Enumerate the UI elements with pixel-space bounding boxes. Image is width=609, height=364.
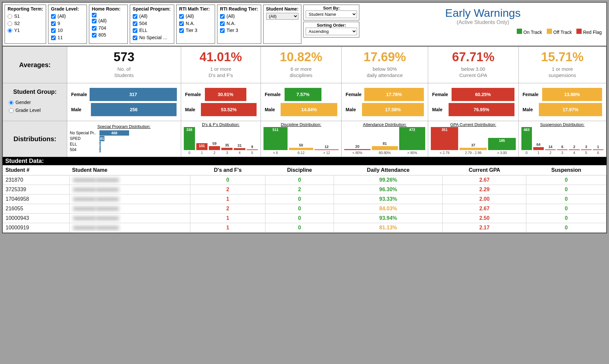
hist-value: 59 [209, 142, 220, 145]
hist-x: 6 [597, 151, 599, 155]
table-row[interactable]: 17046958 xxxxxxxx xxxxxxxx 1 0 93.33% 2.… [3, 195, 606, 204]
filter-checkbox[interactable] [179, 21, 184, 26]
group-radio-label: Grade Level [15, 107, 41, 115]
filter-checkbox[interactable] [133, 21, 137, 26]
student-col-header[interactable]: Student Name [69, 165, 190, 175]
group-row: Student Group: GenderGrade Level Female … [3, 83, 606, 121]
dist-title: GPA Current Distribution: [431, 122, 515, 127]
group-bar-cell: Female 13.88%Male 17.97% [518, 83, 606, 121]
filter-option-label: No Special … [139, 34, 168, 41]
metric-value: 67.71% [429, 50, 517, 64]
filter-option-label: (All) [139, 13, 148, 20]
table-row[interactable]: 3725339 xxxxxxxx xxxxxxxx 2 2 96.30% 2.2… [3, 185, 606, 195]
filter-grade-level: Grade Level: (All)91011 [48, 5, 87, 44]
student-col-header[interactable]: Discipline [265, 165, 334, 175]
filter-checkbox[interactable] [92, 13, 97, 17]
student-col-header[interactable]: Suspension [526, 165, 606, 175]
student-col-header[interactable]: Student # [3, 165, 69, 175]
hist-value: 35 [221, 143, 233, 147]
hist-value: 472 [399, 128, 425, 132]
table-row[interactable]: 10000943 xxxxxxxx xxxxxxxx 1 0 93.94% 2.… [3, 214, 606, 223]
hist-value: 9 [247, 145, 258, 149]
group-bar: 13.88% [542, 88, 602, 101]
filter-checkbox[interactable] [51, 14, 56, 19]
filter-checkbox[interactable] [133, 28, 137, 33]
sort-by-block: Sort By: Student Name [303, 5, 359, 20]
filter-checkbox[interactable] [133, 36, 137, 40]
hist-value: 511 [263, 128, 288, 132]
hist-value: 101 [196, 144, 208, 148]
filter-rti-reading: RTI Reading Tier: (All)N.A.Tier 3 [217, 5, 261, 44]
hist-bar: 9 [247, 149, 258, 150]
table-row[interactable]: 10000919 xxxxxxxx xxxxxxxx 1 0 81.13% 2.… [3, 223, 606, 233]
student-col-header[interactable]: Current GPA [443, 165, 526, 175]
filter-radio[interactable] [8, 21, 12, 26]
student-col-header[interactable]: Daily Attendance [334, 165, 443, 175]
filter-radio[interactable] [8, 28, 12, 33]
sorting-order-select[interactable]: Ascending [306, 28, 357, 35]
hist-x: 3 [226, 151, 228, 155]
metric-cell: 67.71% below 3.00Current GPA [428, 46, 518, 83]
student-data-header: Student Data: [3, 157, 606, 165]
cell-df: 2 [190, 204, 265, 214]
filter-checkbox[interactable] [220, 28, 225, 33]
metric-desc: 1 or moresuspensions [520, 66, 605, 79]
legend: On Track Off Track Red Flag [364, 29, 602, 35]
metric-cell: 10.82% 6 or moredisciplines [261, 46, 342, 83]
cell-df: 2 [190, 185, 265, 195]
hist-value: 338 [184, 128, 195, 132]
table-row[interactable]: 231870 xxxxxxxx xxxxxxxx 0 0 99.26% 2.67… [3, 175, 606, 185]
group-bar-cell: Female 7.57%Male 14.84% [261, 83, 342, 121]
group-bar-cell: Female 317Male 256 [67, 83, 181, 121]
hist-x: < 80% [352, 151, 362, 155]
legend-chip [517, 29, 522, 34]
hist-x: 6-12 [298, 151, 305, 155]
cell-df: 1 [190, 223, 265, 233]
filter-radio[interactable] [8, 14, 12, 19]
group-bar: 53.52% [201, 103, 257, 116]
hist-bar: 50 [289, 148, 313, 150]
filter-checkbox[interactable] [51, 28, 56, 33]
hist-x: 1 [538, 151, 540, 155]
metric-value: 41.01% [182, 50, 259, 64]
student-col-header[interactable]: D's and F's [190, 165, 265, 175]
filter-home-room: Home Room: (All)704805 [89, 5, 128, 44]
cell-att: 93.94% [334, 214, 443, 223]
filter-title: Grade Level: [51, 6, 84, 12]
legend-label: On Track [523, 30, 542, 35]
hist-value: 64 [533, 143, 544, 146]
cell-disc: 0 [265, 214, 334, 223]
filter-checkbox[interactable] [179, 28, 184, 33]
filter-checkbox[interactable] [92, 26, 97, 31]
student-name-select[interactable]: (All) [266, 13, 299, 20]
group-radio[interactable] [9, 108, 14, 113]
cell-gpa: 2.50 [443, 214, 526, 223]
distribution-cell: D's & F's Distibution: 338 0 101 1 59 2 … [181, 121, 261, 157]
filter-checkbox[interactable] [51, 36, 56, 40]
student-id: 216055 [3, 204, 69, 214]
filter-checkbox[interactable] [92, 19, 97, 23]
group-bar-label: Male [265, 107, 278, 112]
hbar-label: ELL [70, 142, 98, 146]
student-name: xxxxxxxx xxxxxxxx [69, 223, 190, 233]
filter-checkbox[interactable] [92, 33, 97, 38]
student-id: 10000943 [3, 214, 69, 223]
hbar-label: 504 [70, 147, 98, 152]
legend-label: Red Flag [583, 30, 602, 35]
group-radio[interactable] [9, 100, 14, 105]
filter-checkbox[interactable] [179, 14, 184, 19]
filter-checkbox[interactable] [133, 14, 137, 19]
filter-checkbox[interactable] [51, 21, 56, 26]
filter-title: Reporting Term: [8, 6, 43, 12]
filter-checkbox[interactable] [220, 21, 225, 26]
table-row[interactable]: 216055 xxxxxxxx xxxxxxxx 2 0 84.03% 2.67… [3, 204, 606, 214]
hist-x: 4 [573, 151, 575, 155]
hist-bar: 1 [593, 149, 603, 150]
cell-gpa: 2.29 [443, 185, 526, 195]
sort-by-select[interactable]: Student Name [306, 11, 357, 18]
filter-checkbox[interactable] [220, 14, 225, 19]
page-subtitle: (Active Students Only) [364, 19, 602, 25]
group-bar-label: Male [432, 107, 446, 112]
filter-rti-math: RTI Math Tier: (All)N.A.Tier 3 [176, 5, 215, 44]
metric-desc: below 90%daily attendance [343, 66, 427, 79]
